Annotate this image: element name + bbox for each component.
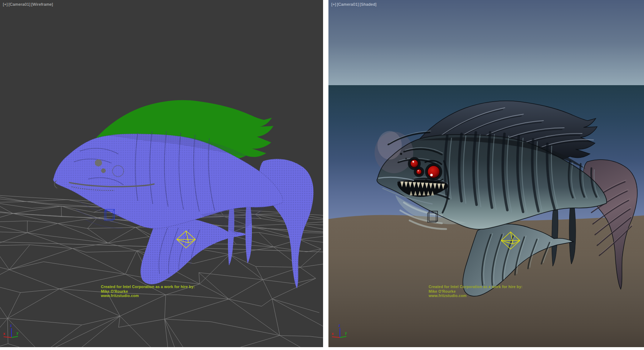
viewport-label: [+] [Camera01] [Shaded]: [331, 2, 376, 6]
credit-line-3: www.fritzstudio.com: [429, 293, 522, 298]
fish-eye: [428, 166, 440, 178]
scene-credit-text: Created for Intel Corporation as a work …: [101, 285, 195, 298]
credit-line-1: Created for Intel Corporation as a work …: [101, 285, 195, 289]
viewport-wireframe[interactable]: [+] [Camera01] [Wireframe] Created for I…: [0, 0, 323, 347]
credit-line-2: Mike O'Rourke: [101, 289, 195, 294]
sky: [328, 0, 644, 85]
fish-eye: [416, 169, 422, 175]
viewport-shading-menu[interactable]: [Wireframe]: [31, 2, 53, 6]
credit-line-2: Mike O'Rourke: [429, 289, 522, 294]
nostril: [400, 153, 402, 155]
viewport-general-menu[interactable]: [+]: [3, 2, 8, 6]
wireframe-eye: [95, 159, 102, 166]
viewport-label: [+] [Camera01] [Wireframe]: [3, 2, 53, 6]
viewport-pov-menu[interactable]: [Camera01]: [9, 2, 30, 6]
fish-eye: [410, 160, 418, 167]
viewport-shaded[interactable]: [+] [Camera01] [Shaded] Created for Inte…: [328, 0, 644, 347]
viewport-general-menu[interactable]: [+]: [331, 2, 336, 6]
credit-line-1: Created for Intel Corporation as a work …: [429, 285, 522, 289]
nostril: [405, 158, 407, 159]
viewport-pov-menu[interactable]: [Camera01]: [337, 2, 359, 6]
scene-credit-text: Created for Intel Corporation as a work …: [429, 285, 522, 298]
credit-line-3: www.fritzstudio.com: [101, 293, 195, 298]
viewport-shading-menu[interactable]: [Shaded]: [360, 2, 376, 6]
wireframe-eye: [101, 169, 106, 173]
